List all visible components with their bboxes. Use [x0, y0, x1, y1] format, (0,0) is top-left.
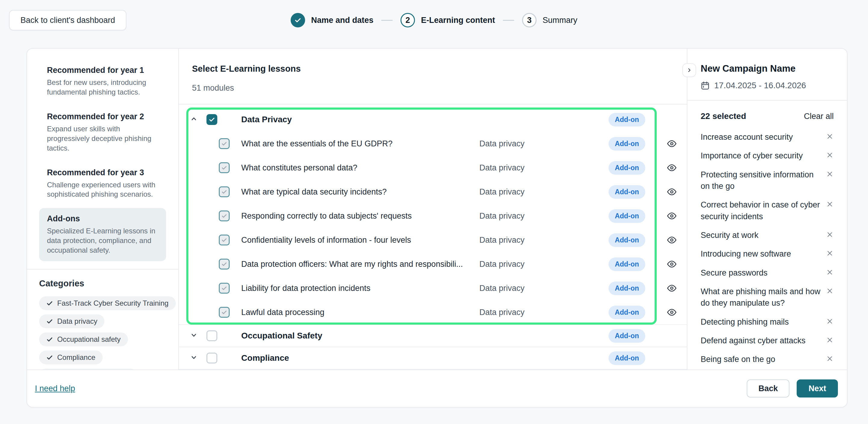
section-row-compliance[interactable]: Compliance Add-on [179, 347, 687, 369]
section-checkbox-unchecked[interactable] [207, 353, 217, 363]
selected-items-list: Increase account security Importance of … [701, 131, 834, 365]
category-pill-data-privacy[interactable]: Data privacy [39, 314, 104, 328]
remove-item-icon[interactable] [826, 199, 834, 209]
category-pill-label: Data privacy [57, 317, 97, 326]
step-separator [503, 20, 514, 21]
remove-item-icon[interactable] [826, 354, 834, 363]
section-row-occupational-safety[interactable]: Occupational Safety Add-on [179, 325, 687, 347]
check-icon [221, 285, 227, 292]
lesson-row: Responding correctly to data subjects' r… [179, 204, 687, 228]
check-icon [221, 309, 227, 315]
wizard-stepper: Name and dates 2 E-Learning content 3 Su… [291, 10, 578, 30]
addon-badge: Add-on [609, 281, 645, 295]
check-icon [221, 237, 227, 243]
lesson-category: Data privacy [479, 139, 609, 148]
selected-item-label: What are phishing mails and how do they … [701, 286, 821, 309]
lesson-checkbox-checked[interactable] [219, 211, 230, 221]
list-item: Detecting phishing mails [701, 316, 834, 328]
remove-item-icon[interactable] [826, 230, 834, 239]
preview-eye-icon[interactable] [665, 259, 678, 270]
lesson-row: Lawful data processing Data privacy Add-… [179, 300, 687, 324]
section-checkbox-unchecked[interactable] [207, 330, 217, 341]
lesson-checkbox-checked[interactable] [219, 235, 230, 245]
preview-eye-icon[interactable] [665, 138, 678, 149]
category-pill-compliance[interactable]: Compliance [39, 351, 103, 364]
remove-item-icon[interactable] [826, 169, 834, 179]
sidebar-item-title: Add-ons [47, 214, 158, 223]
clear-all-button[interactable]: Clear all [804, 112, 834, 121]
step-name-and-dates[interactable]: Name and dates [291, 13, 373, 27]
lesson-selection-panel: Select E-Learning lessons 51 modules Dat… [179, 49, 687, 369]
section-checkbox-checked[interactable] [207, 114, 217, 125]
addon-badge: Add-on [609, 113, 645, 126]
selected-header: 22 selected Clear all [701, 112, 834, 121]
preview-eye-icon[interactable] [665, 162, 678, 173]
selected-item-label: Secure passwords [701, 267, 768, 278]
remove-item-icon[interactable] [826, 286, 834, 296]
selected-item-label: Increase account security [701, 131, 793, 143]
check-icon [46, 300, 53, 307]
addon-badge: Add-on [609, 352, 645, 365]
category-pill-internet-online-tools[interactable]: Internet & Online Tools [39, 369, 137, 369]
preview-eye-icon[interactable] [665, 186, 678, 197]
lesson-title: What constitutes personal data? [241, 163, 479, 173]
lesson-row: What are the essentials of the EU GDPR? … [179, 131, 687, 156]
sidebar-item-year-3[interactable]: Recommended for year 3 Challenge experie… [39, 162, 166, 205]
category-pill-occupational-safety[interactable]: Occupational safety [39, 332, 128, 346]
step-summary[interactable]: 3 Summary [522, 13, 578, 27]
campaign-wizard-card: Recommended for year 1 Best for new user… [27, 48, 847, 407]
preview-eye-icon[interactable] [665, 307, 678, 318]
remove-item-icon[interactable] [826, 316, 834, 326]
lesson-checkbox-checked[interactable] [219, 283, 230, 294]
chevron-down-icon[interactable] [190, 332, 197, 340]
check-icon [221, 213, 227, 219]
chevron-up-icon[interactable] [190, 115, 197, 124]
lesson-checkbox-checked[interactable] [219, 138, 230, 149]
check-icon [208, 116, 216, 123]
back-to-dashboard-button[interactable]: Back to client's dashboard [9, 10, 126, 30]
section-row-data-privacy[interactable]: Data Privacy Add-on [179, 108, 687, 131]
preview-eye-icon[interactable] [665, 211, 678, 221]
category-pill-fast-track[interactable]: Fast-Track Cyber Security Training [39, 296, 176, 310]
addon-badge: Add-on [609, 161, 645, 175]
lesson-category: Data privacy [479, 236, 609, 245]
help-link[interactable]: I need help [35, 384, 75, 393]
summary-collapse-button[interactable] [682, 63, 696, 77]
campaign-name: New Campaign Name [701, 63, 834, 75]
remove-item-icon[interactable] [826, 248, 834, 258]
category-filter-list: Fast-Track Cyber Security Training Data … [39, 296, 166, 369]
lesson-title: Responding correctly to data subjects' r… [241, 211, 479, 221]
lesson-checkbox-checked[interactable] [219, 259, 230, 270]
preview-eye-icon[interactable] [665, 235, 678, 245]
lesson-row: What constitutes personal data? Data pri… [179, 156, 687, 180]
lesson-category: Data privacy [479, 260, 609, 269]
remove-item-icon[interactable] [826, 150, 834, 160]
list-item: Introducing new software [701, 248, 834, 260]
step-elearning-content[interactable]: 2 E-Learning content [401, 13, 495, 27]
addon-badge: Add-on [609, 258, 645, 271]
lesson-presets-sidebar: Recommended for year 1 Best for new user… [27, 49, 179, 369]
remove-item-icon[interactable] [826, 335, 834, 345]
campaign-summary-header: New Campaign Name 17.04.2025 - 16.04.202… [701, 63, 834, 90]
next-button[interactable]: Next [797, 380, 838, 397]
lesson-checkbox-checked[interactable] [219, 307, 230, 318]
back-button[interactable]: Back [747, 380, 790, 397]
chevron-down-icon[interactable] [190, 354, 197, 362]
lesson-row: Data protection officers: What are my ri… [179, 252, 687, 276]
section-title: Data Privacy [241, 115, 479, 124]
sidebar-item-year-2[interactable]: Recommended for year 2 Expand user skill… [39, 106, 166, 159]
preview-eye-icon[interactable] [665, 283, 678, 294]
lesson-checkbox-checked[interactable] [219, 162, 230, 173]
check-icon [221, 164, 227, 171]
lesson-title: Data protection officers: What are my ri… [241, 260, 479, 269]
lesson-checkbox-checked[interactable] [219, 186, 230, 197]
addon-badge: Add-on [609, 329, 645, 343]
sidebar-item-add-ons[interactable]: Add-ons Specialized E-Learning lessons i… [39, 208, 166, 261]
selected-item-label: Detecting phishing mails [701, 316, 789, 328]
remove-item-icon[interactable] [826, 267, 834, 277]
list-item: Importance of cyber security [701, 150, 834, 161]
selected-item-label: Protecting sensitive information on the … [701, 169, 821, 192]
lesson-category: Data privacy [479, 211, 609, 221]
remove-item-icon[interactable] [826, 131, 834, 141]
sidebar-item-year-1[interactable]: Recommended for year 1 Best for new user… [39, 60, 166, 103]
